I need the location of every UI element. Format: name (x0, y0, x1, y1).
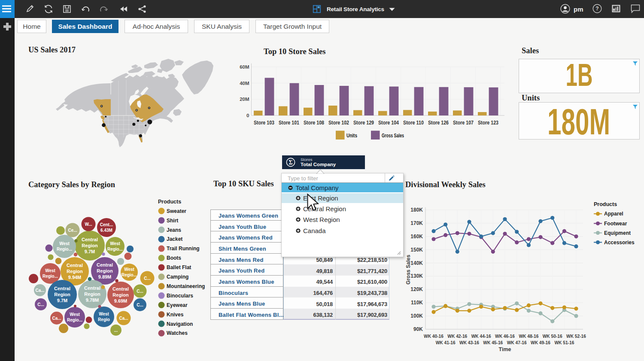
svg-text:Footwear: Footwear (604, 221, 627, 227)
svg-text:WK 43-16: WK 43-16 (459, 340, 479, 345)
svg-text:Units: Units (346, 133, 357, 139)
svg-text:9.7M: 9.7M (57, 298, 67, 303)
svg-text:Products: Products (158, 199, 181, 205)
svg-text:90K: 90K (413, 326, 423, 332)
svg-text:9.94M: 9.94M (68, 275, 82, 280)
svg-text:Total Company: Total Company (301, 162, 336, 167)
svg-text:Store 104: Store 104 (378, 120, 399, 126)
svg-text:Region: Region (54, 292, 70, 297)
svg-text:...: ... (114, 328, 118, 333)
svg-text:WK 44-16: WK 44-16 (471, 334, 491, 339)
svg-text:Regio...: Regio... (107, 247, 123, 252)
svg-text:110K: 110K (411, 300, 423, 306)
svg-text:Time: Time (499, 346, 511, 352)
svg-text:Central: Central (112, 286, 129, 291)
svg-text:Eyewear: Eyewear (167, 302, 188, 308)
svg-text:160K: 160K (410, 234, 423, 240)
svg-text:Central: Central (82, 237, 98, 242)
svg-text:West: West (45, 268, 55, 273)
svg-text:C...: C... (37, 302, 44, 307)
svg-text:Trail Running: Trail Running (167, 246, 200, 252)
svg-text:Equipment: Equipment (604, 230, 631, 236)
svg-text:0: 0 (246, 113, 249, 118)
svg-text:Ca...: Ca... (35, 288, 44, 293)
svg-text:WK 45-16: WK 45-16 (483, 340, 503, 345)
svg-text:WK 42-16: WK 42-16 (447, 334, 467, 339)
svg-text:9.7M: 9.7M (85, 249, 95, 254)
svg-text:Shirt: Shirt (167, 218, 178, 224)
svg-text:Jacket: Jacket (167, 236, 182, 242)
svg-text:West: West (124, 267, 134, 272)
svg-text:WK 49-16: WK 49-16 (531, 340, 550, 345)
svg-text:W...: W... (85, 222, 92, 227)
svg-text:WK 40-16: WK 40-16 (424, 334, 444, 339)
svg-text:West: West (59, 241, 70, 246)
svg-text:Knives: Knives (167, 312, 184, 318)
svg-text:Regio...: Regio... (57, 247, 72, 252)
svg-text:?: ? (595, 6, 598, 12)
svg-text:Store 123: Store 123 (478, 120, 498, 126)
svg-text:West: West (110, 241, 120, 246)
svg-text:Camping: Camping (167, 274, 188, 280)
svg-text:Products: Products (594, 201, 617, 207)
svg-text:WK 50-16: WK 50-16 (543, 334, 562, 339)
svg-text:Region: Region (84, 291, 100, 297)
svg-text:C...: C... (137, 303, 143, 307)
svg-text:WK 46-16: WK 46-16 (495, 334, 515, 339)
svg-text:Region: Region (67, 269, 83, 274)
svg-text:100K: 100K (410, 313, 423, 319)
svg-text:Region: Region (112, 292, 129, 297)
svg-text:Ballet Flat: Ballet Flat (167, 264, 191, 270)
svg-text:Apparel: Apparel (604, 211, 623, 217)
svg-text:170K: 170K (410, 220, 423, 226)
svg-text:Accessories: Accessories (604, 240, 635, 246)
svg-text:WK 48-16: WK 48-16 (519, 334, 538, 339)
svg-text:Store 107: Store 107 (453, 120, 474, 126)
svg-text:9.89M: 9.89M (98, 274, 112, 279)
svg-text:Central: Central (67, 263, 83, 268)
svg-text:Store 103: Store 103 (254, 120, 274, 126)
svg-text:20M: 20M (240, 97, 249, 102)
svg-text:Sweater: Sweater (167, 208, 186, 214)
svg-text:Central: Central (54, 286, 70, 291)
svg-text:Central: Central (97, 262, 113, 267)
svg-text:60M: 60M (240, 64, 249, 70)
svg-text:WK 52-16: WK 52-16 (566, 334, 586, 339)
svg-text:1B: 1B (566, 59, 593, 93)
svg-text:Region: Region (97, 268, 113, 273)
svg-text:180K: 180K (410, 207, 423, 213)
svg-text:Regio...: Regio... (43, 274, 58, 279)
svg-text:Ca...: Ca... (119, 316, 128, 321)
svg-text:Regio: Regio (98, 317, 110, 322)
svg-text:Store 102: Store 102 (328, 120, 349, 126)
svg-text:Stores: Stores (301, 157, 313, 162)
svg-text:Boots: Boots (167, 255, 181, 261)
svg-text:150K: 150K (410, 247, 423, 253)
svg-text:C...: C... (137, 289, 143, 294)
svg-text:C...: C... (144, 276, 151, 281)
svg-text:9.69M: 9.69M (114, 298, 128, 303)
svg-text:Navigation: Navigation (167, 321, 193, 327)
svg-text:Store 108: Store 108 (304, 120, 324, 126)
svg-text:Gross Sales: Gross Sales (405, 255, 411, 285)
svg-text:West: West (99, 312, 109, 316)
svg-text:Binoculars: Binoculars (167, 293, 193, 299)
svg-text:Store 101: Store 101 (279, 120, 299, 126)
svg-text:WK 51-16: WK 51-16 (554, 340, 574, 345)
svg-text:Σ: Σ (289, 159, 292, 166)
svg-text:Store 110: Store 110 (403, 120, 424, 126)
svg-text:Regio...: Regio... (122, 273, 137, 277)
svg-text:120K: 120K (410, 286, 423, 292)
svg-text:9.78M: 9.78M (86, 297, 99, 303)
svg-text:Regio...: Regio... (67, 318, 82, 322)
svg-text:Ca...: Ca... (52, 316, 61, 321)
svg-text:Mountaineering: Mountaineering (167, 283, 205, 289)
svg-text:Central: Central (84, 285, 100, 291)
svg-text:Region: Region (82, 243, 98, 248)
svg-text:6.43M: 6.43M (100, 228, 112, 233)
svg-text:WK 41-16: WK 41-16 (436, 340, 456, 345)
svg-text:Ce...: Ce... (68, 228, 77, 233)
svg-text:Store 126: Store 126 (428, 120, 449, 126)
svg-text:140K: 140K (410, 260, 423, 266)
svg-text:Store 129: Store 129 (353, 120, 374, 126)
